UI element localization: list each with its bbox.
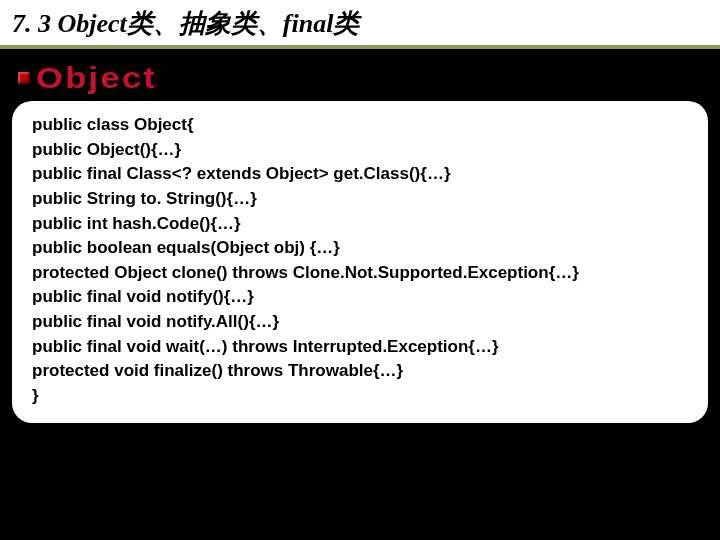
code-line: public final Class<? extends Object> get… [32,162,692,187]
code-line: } [32,384,692,409]
bullet-icon [18,72,30,84]
code-line: public final void wait(…) throws Interru… [32,335,692,360]
code-line: public class Object{ [32,113,692,138]
code-line: protected void finalize() throws Throwab… [32,359,692,384]
code-line: public final void notify(){…} [32,285,692,310]
slide-body: Object public class Object{ public Objec… [0,49,720,423]
code-line: public final void notify.All(){…} [32,310,692,335]
code-line: public int hash.Code(){…} [32,212,692,237]
slide-header: 7. 3 Object类、抽象类、final类 [0,0,720,49]
code-line: protected Object clone() throws Clone.No… [32,261,692,286]
section-title: Object [36,61,157,95]
section-heading-row: Object [10,61,710,95]
code-line: public boolean equals(Object obj) {…} [32,236,692,261]
code-line: public Object(){…} [32,138,692,163]
slide-title: 7. 3 Object类、抽象类、final类 [12,6,708,41]
code-line: public String to. String(){…} [32,187,692,212]
code-block: public class Object{ public Object(){…} … [12,101,708,423]
